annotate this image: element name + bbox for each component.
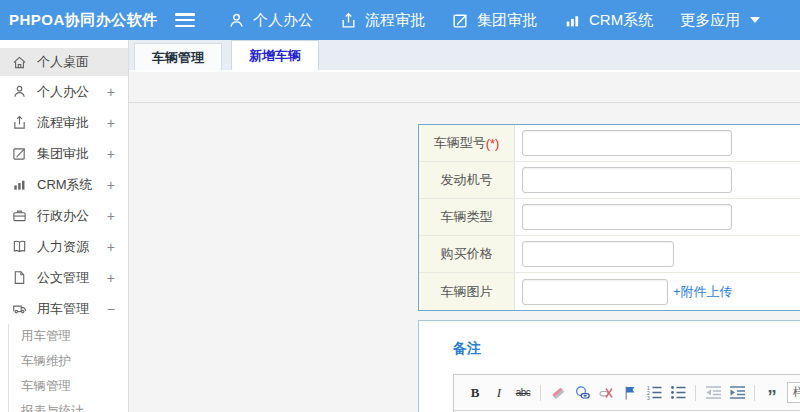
- submenu-item-vehicle-use[interactable]: 用车管理: [9, 324, 128, 349]
- field-label: 发动机号: [419, 162, 515, 198]
- sidebar-item-personal-desktop[interactable]: 个人桌面: [0, 48, 128, 76]
- tab-strip: 车辆管理 新增车辆: [129, 40, 800, 72]
- toolbar-separator: [754, 385, 755, 401]
- sidebar-item-vehicle-mgmt[interactable]: 用车管理 −: [0, 293, 128, 324]
- link-icon[interactable]: [573, 384, 591, 402]
- expand-toggle[interactable]: +: [107, 115, 115, 131]
- sidebar-item-group-approval[interactable]: 集团审批 +: [0, 138, 128, 169]
- bold-button[interactable]: B: [466, 384, 484, 402]
- form-row-model: 车辆型号(*): [419, 125, 800, 162]
- export-icon: [12, 115, 28, 131]
- vehicle-submenu: 用车管理 车辆维护 车辆管理 报表与统计: [8, 324, 128, 412]
- sidebar-item-label: 行政办公: [37, 207, 89, 225]
- submenu-item-reports-stats[interactable]: 报表与统计: [9, 399, 128, 412]
- top-bar: PHPOA协同办公软件 个人办公 流程审批 集团审批 CRM系统 更多应用: [0, 0, 800, 40]
- expand-toggle[interactable]: +: [107, 270, 115, 286]
- vehicle-form: 车辆型号(*) 发动机号 车辆类型 购买价格 车辆图片: [418, 124, 800, 311]
- expand-toggle[interactable]: +: [107, 177, 115, 193]
- toolbar-separator: [695, 385, 696, 401]
- strikethrough-button[interactable]: abc: [514, 384, 532, 402]
- remove-format-button[interactable]: [549, 384, 567, 402]
- indent-icon[interactable]: [728, 384, 746, 402]
- blockquote-button[interactable]: ”: [763, 384, 781, 402]
- field-label: 车辆型号(*): [419, 125, 515, 161]
- sidebar-item-label: 用车管理: [37, 300, 89, 318]
- user-icon: [12, 84, 28, 100]
- vehicle-type-input[interactable]: [522, 204, 732, 230]
- field-label: 车辆类型: [419, 199, 515, 235]
- sidebar-item-crm[interactable]: CRM系统 +: [0, 169, 128, 200]
- chart-icon: [12, 177, 28, 193]
- sidebar-item-process-approval[interactable]: 流程审批 +: [0, 107, 128, 138]
- edit-icon: [452, 12, 469, 29]
- vehicle-model-input[interactable]: [522, 130, 732, 156]
- field-label: 购买价格: [419, 236, 515, 272]
- app-logo: PHPOA协同办公软件: [0, 11, 175, 30]
- sidebar-item-label: 个人办公: [37, 83, 89, 101]
- sidebar-item-admin-office[interactable]: 行政办公 +: [0, 200, 128, 231]
- required-mark: (*): [486, 136, 500, 151]
- edit-icon: [12, 146, 28, 162]
- vehicle-image-input[interactable]: [522, 279, 668, 305]
- sidebar-item-label: 公文管理: [37, 269, 89, 287]
- submenu-label: 车辆维护: [21, 353, 71, 370]
- style-select-label: 样式: [793, 384, 800, 401]
- tab-add-vehicle[interactable]: 新增车辆: [231, 40, 319, 70]
- remarks-section: 备注 B I abc 123: [418, 320, 800, 412]
- bullet-list-icon[interactable]: [669, 384, 687, 402]
- toolbar-strip: [129, 72, 800, 103]
- editor-toolbar: B I abc 123 ”: [454, 375, 800, 411]
- flag-icon[interactable]: [621, 384, 639, 402]
- style-select[interactable]: 样式: [787, 382, 800, 403]
- nav-label: 流程审批: [365, 11, 425, 30]
- menu-icon[interactable]: [175, 13, 195, 27]
- form-row-type: 车辆类型: [419, 199, 800, 236]
- sidebar-item-docs[interactable]: 公文管理 +: [0, 262, 128, 293]
- form-row-image: 车辆图片 +附件上传: [419, 273, 800, 310]
- engine-number-input[interactable]: [522, 167, 732, 193]
- content-area: 车辆型号(*) 发动机号 车辆类型 购买价格 车辆图片: [129, 103, 800, 412]
- car-icon: [12, 301, 28, 317]
- sidebar-item-label: 流程审批: [37, 114, 89, 132]
- ordered-list-icon[interactable]: 123: [645, 384, 663, 402]
- field-label: 车辆图片: [419, 273, 515, 310]
- submenu-label: 用车管理: [21, 328, 71, 345]
- italic-button[interactable]: I: [490, 384, 508, 402]
- nav-process-approval[interactable]: 流程审批: [340, 11, 425, 30]
- expand-toggle[interactable]: +: [107, 208, 115, 224]
- submenu-item-vehicle-manage[interactable]: 车辆管理: [9, 374, 128, 399]
- sidebar-item-label: 集团审批: [37, 145, 89, 163]
- export-icon: [340, 12, 357, 29]
- tab-vehicle-manage[interactable]: 车辆管理: [134, 43, 222, 70]
- nav-more-apps[interactable]: 更多应用: [680, 11, 760, 30]
- book-icon: [12, 239, 28, 255]
- submenu-item-vehicle-maintenance[interactable]: 车辆维护: [9, 349, 128, 374]
- briefcase-icon: [12, 208, 28, 224]
- collapse-toggle[interactable]: −: [107, 301, 115, 317]
- nav-group-approval[interactable]: 集团审批: [452, 11, 537, 30]
- expand-toggle[interactable]: +: [107, 146, 115, 162]
- form-row-engine: 发动机号: [419, 162, 800, 199]
- expand-toggle[interactable]: +: [107, 239, 115, 255]
- unlink-icon[interactable]: [597, 384, 615, 402]
- nav-label: 个人办公: [253, 11, 313, 30]
- submenu-label: 报表与统计: [21, 403, 84, 412]
- nav-label: 更多应用: [680, 11, 740, 30]
- top-nav: 个人办公 流程审批 集团审批 CRM系统 更多应用: [228, 11, 760, 30]
- nav-crm-system[interactable]: CRM系统: [564, 11, 653, 30]
- toolbar-separator: [540, 385, 541, 401]
- nav-personal-office[interactable]: 个人办公: [228, 11, 313, 30]
- sidebar-item-label: 个人桌面: [37, 53, 89, 71]
- nav-label: CRM系统: [589, 11, 653, 30]
- form-row-price: 购买价格: [419, 236, 800, 273]
- main-area: 车辆管理 新增车辆 车辆型号(*) 发动机号 车辆类型: [129, 40, 800, 412]
- sidebar-item-personal-office[interactable]: 个人办公 +: [0, 76, 128, 107]
- attachment-upload-link[interactable]: +附件上传: [673, 283, 733, 301]
- caret-down-icon: [750, 17, 760, 23]
- sidebar-item-hr[interactable]: 人力资源 +: [0, 231, 128, 262]
- outdent-icon[interactable]: [704, 384, 722, 402]
- sidebar-item-label: CRM系统: [37, 176, 93, 194]
- purchase-price-input[interactable]: [522, 241, 674, 267]
- expand-toggle[interactable]: +: [107, 84, 115, 100]
- submenu-label: 车辆管理: [21, 378, 71, 395]
